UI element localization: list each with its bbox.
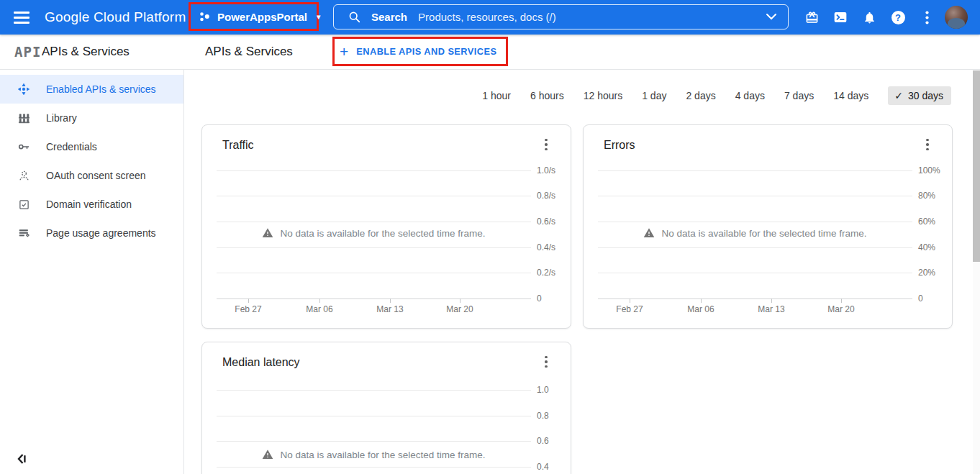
- time-range-selector: 1 hour 6 hours 12 hours 1 day 2 days 4 d…: [482, 86, 951, 105]
- y-tick-label: 0.8: [537, 411, 568, 421]
- time-chip-7-days[interactable]: 7 days: [784, 90, 814, 101]
- gridline: [217, 247, 531, 248]
- y-tick-label: 0.4/s: [537, 242, 568, 252]
- warning-icon: [262, 227, 273, 239]
- cloud-shell-icon[interactable]: [826, 0, 855, 35]
- time-chip-30-days-selected[interactable]: ✓ 30 days: [888, 86, 951, 105]
- project-icon: [199, 11, 211, 23]
- time-chip-4-days[interactable]: 4 days: [735, 90, 765, 101]
- gridline: [217, 196, 531, 196]
- highlight-box-project-selector: PowerAppsPortal ▾: [189, 2, 319, 31]
- domain-verification-icon: [17, 198, 30, 211]
- plus-icon: +: [340, 45, 348, 58]
- sidebar-item-credentials[interactable]: Credentials: [0, 132, 183, 161]
- y-tick-label: 1.0/s: [537, 165, 568, 176]
- warning-icon: [262, 449, 273, 460]
- x-tick-label: Mar 06: [296, 304, 342, 314]
- traffic-card-menu-icon[interactable]: [537, 135, 555, 154]
- x-tick: [319, 298, 320, 303]
- gridline: [598, 170, 912, 171]
- y-tick-label: 20%: [918, 268, 950, 278]
- sidebar-item-page-usage[interactable]: Page usage agreements: [0, 219, 183, 247]
- x-axis-line: [598, 298, 912, 299]
- project-selector[interactable]: PowerAppsPortal ▾: [199, 11, 321, 23]
- gridline: [217, 390, 531, 391]
- sidebar-item-library[interactable]: Library: [0, 104, 183, 132]
- y-tick-label: 0: [537, 293, 568, 304]
- help-icon[interactable]: ?: [884, 0, 912, 35]
- sidebar-item-enabled-apis[interactable]: Enabled APIs & services: [0, 75, 183, 104]
- errors-card: Errors 100% 80% 60% 40% 20% 0 Feb 27 Mar…: [583, 124, 953, 329]
- notifications-bell-icon[interactable]: [855, 0, 884, 35]
- search-placeholder: Products, resources, docs (/): [418, 11, 556, 23]
- project-caret-down-icon: ▾: [317, 12, 321, 22]
- x-axis-line: [217, 298, 531, 299]
- gridline: [598, 273, 912, 273]
- y-tick-label: 60%: [918, 217, 950, 227]
- enable-apis-button[interactable]: + ENABLE APIS AND SERVICES: [340, 45, 496, 58]
- y-tick-label: 0.4: [537, 462, 568, 472]
- traffic-card: Traffic 1.0/s 0.8/s 0.6/s 0.4/s 0.2/s 0 …: [201, 124, 571, 329]
- no-data-message: No data is available for the selected ti…: [217, 449, 531, 460]
- time-chip-1-hour[interactable]: 1 hour: [482, 90, 511, 101]
- y-tick-label: 0.8/s: [537, 191, 568, 201]
- x-tick-label: Mar 06: [678, 304, 724, 314]
- time-chip-6-hours[interactable]: 6 hours: [530, 90, 564, 101]
- time-chip-2-days[interactable]: 2 days: [686, 90, 715, 101]
- search-input[interactable]: Search Products, resources, docs (/): [333, 4, 789, 29]
- check-icon: ✓: [894, 90, 903, 101]
- gridline: [217, 467, 531, 468]
- median-latency-card-title: Median latency: [222, 356, 300, 369]
- page-header: API APIs & Services APIs & Services + EN…: [0, 35, 980, 70]
- page-usage-agreements-icon: [17, 227, 30, 240]
- hamburger-menu-icon[interactable]: [13, 11, 30, 24]
- time-chip-1-day[interactable]: 1 day: [642, 90, 666, 101]
- free-trial-gift-icon[interactable]: [797, 0, 826, 35]
- x-tick: [771, 298, 772, 303]
- search-chevron-down-icon[interactable]: [766, 14, 776, 20]
- warning-icon: [643, 227, 655, 239]
- gridline: [598, 247, 912, 248]
- x-tick-label: Mar 13: [367, 304, 413, 314]
- enabled-apis-icon: [17, 83, 30, 96]
- traffic-card-title: Traffic: [222, 139, 254, 152]
- y-tick-label: 40%: [918, 242, 950, 252]
- more-vert-icon[interactable]: [912, 0, 941, 35]
- x-tick-label: Feb 27: [225, 304, 271, 314]
- account-avatar[interactable]: [945, 6, 968, 29]
- median-latency-card: Median latency 1.0 0.8 0.6 0.4 No data i…: [201, 342, 571, 474]
- vertical-scrollbar: [973, 70, 980, 474]
- gridline: [217, 222, 531, 222]
- collapse-sidebar-icon[interactable]: [16, 453, 30, 468]
- no-data-message: No data is available for the selected ti…: [598, 227, 912, 239]
- time-chip-12-hours[interactable]: 12 hours: [584, 90, 622, 101]
- gridline: [217, 441, 531, 442]
- x-tick-label: Feb 27: [607, 304, 653, 314]
- product-logo[interactable]: Google Cloud Platform: [45, 0, 186, 35]
- sidebar: Enabled APIs & services Library Credenti…: [0, 70, 183, 474]
- errors-card-menu-icon[interactable]: [919, 135, 936, 154]
- scrollbar-thumb[interactable]: [973, 70, 980, 262]
- median-latency-card-menu-icon[interactable]: [537, 352, 555, 371]
- y-tick-label: 0.6/s: [537, 217, 568, 227]
- api-section-logo: API: [14, 44, 41, 60]
- x-tick: [390, 298, 391, 303]
- sidebar-item-domain-verification[interactable]: Domain verification: [0, 190, 183, 219]
- gridline: [217, 273, 531, 273]
- y-tick-label: 100%: [918, 165, 950, 176]
- oauth-consent-icon: [17, 169, 30, 182]
- x-tick: [701, 298, 702, 303]
- project-name: PowerAppsPortal: [217, 11, 307, 23]
- gridline: [217, 416, 531, 416]
- section-title: APIs & Services: [42, 45, 130, 59]
- key-icon: [17, 140, 30, 153]
- no-data-message: No data is available for the selected ti…: [217, 227, 531, 239]
- time-chip-14-days[interactable]: 14 days: [833, 90, 868, 101]
- x-tick-label: Mar 20: [437, 304, 483, 314]
- y-tick-label: 0: [918, 293, 950, 304]
- page-title: APIs & Services: [205, 45, 293, 59]
- sidebar-item-oauth[interactable]: OAuth consent screen: [0, 161, 183, 190]
- errors-card-title: Errors: [604, 139, 635, 152]
- top-app-bar: Google Cloud Platform PowerAppsPortal ▾ …: [0, 0, 980, 35]
- topbar-actions: ?: [797, 0, 941, 35]
